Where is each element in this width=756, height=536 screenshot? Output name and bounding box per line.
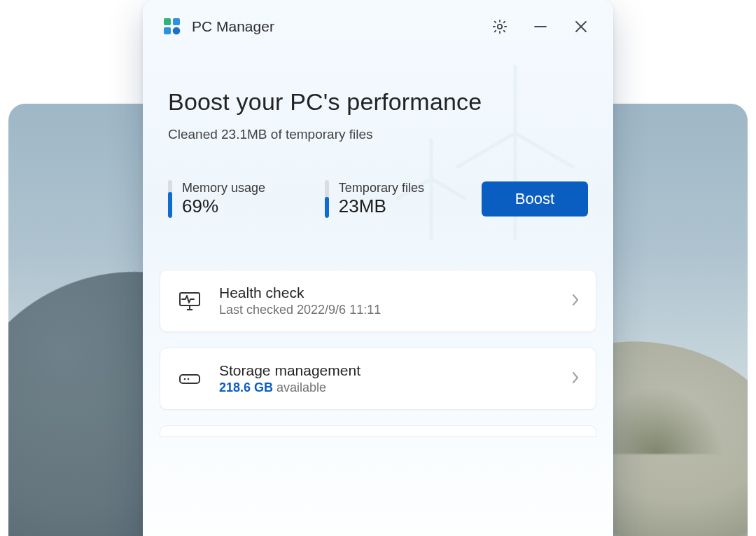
storage-title: Storage management <box>219 362 555 379</box>
metrics-row: Memory usage 69% Temporary files 23MB Bo… <box>143 152 613 231</box>
app-title: PC Manager <box>192 18 274 35</box>
hero-section: Boost your PC's performance Cleaned 23.1… <box>143 46 613 152</box>
temp-files-value: 23MB <box>339 196 424 217</box>
temp-files-bar <box>325 180 329 218</box>
temp-files-bar-fill <box>325 197 329 218</box>
svg-point-21 <box>188 378 190 380</box>
minimize-button[interactable] <box>525 13 556 41</box>
svg-rect-10 <box>164 27 171 34</box>
memory-usage-label: Memory usage <box>182 181 265 196</box>
storage-subline: 218.6 GB available <box>219 380 555 395</box>
health-check-icon <box>176 287 204 315</box>
memory-usage-value: 69% <box>182 196 265 217</box>
health-check-card[interactable]: Health check Last checked 2022/9/6 11:11 <box>160 270 596 332</box>
gear-icon <box>491 18 508 35</box>
svg-rect-8 <box>164 18 171 25</box>
app-logo-icon <box>162 17 182 36</box>
storage-available-suffix: available <box>273 380 326 394</box>
temp-files-label: Temporary files <box>339 181 424 196</box>
hero-headline: Boost your PC's performance <box>168 88 588 116</box>
health-check-subline: Last checked 2022/9/6 11:11 <box>219 303 555 317</box>
titlebar: PC Manager <box>143 0 613 46</box>
close-icon <box>573 19 589 34</box>
svg-rect-19 <box>180 375 200 383</box>
svg-point-12 <box>498 25 502 29</box>
storage-icon <box>176 365 204 393</box>
memory-usage-bar-fill <box>168 192 172 218</box>
next-card-peek <box>160 425 596 437</box>
temp-files-metric: Temporary files 23MB <box>325 180 456 218</box>
chevron-right-icon <box>570 292 580 310</box>
close-button[interactable] <box>566 13 596 41</box>
svg-point-20 <box>184 378 186 380</box>
minimize-icon <box>533 19 548 34</box>
memory-usage-bar <box>168 180 172 218</box>
boost-button[interactable]: Boost <box>482 181 588 217</box>
svg-rect-9 <box>173 18 180 25</box>
cards-section: Health check Last checked 2022/9/6 11:11… <box>143 231 613 437</box>
storage-management-card[interactable]: Storage management 218.6 GB available <box>160 348 596 410</box>
pc-manager-window: PC Manager <box>143 0 613 536</box>
chevron-right-icon <box>570 370 580 388</box>
memory-usage-metric: Memory usage 69% <box>168 180 300 218</box>
health-check-title: Health check <box>219 284 555 301</box>
storage-available-value: 218.6 GB <box>219 380 273 394</box>
settings-button[interactable] <box>484 13 515 41</box>
hero-subline: Cleaned 23.1MB of temporary files <box>168 127 588 142</box>
svg-point-11 <box>173 27 181 35</box>
